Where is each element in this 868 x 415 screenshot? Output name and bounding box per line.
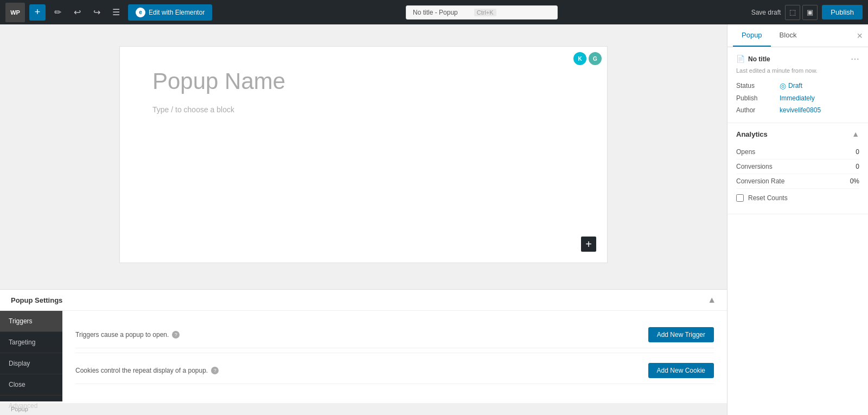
opens-value: 0 — [856, 148, 859, 156]
author-label: Author — [736, 106, 780, 114]
conversion-rate-label: Conversion Rate — [736, 177, 784, 185]
edit-with-elementor-button[interactable]: e Edit with Elementor — [128, 4, 212, 21]
bottom-bar: Popup — [0, 403, 727, 415]
add-new-trigger-button[interactable]: Add New Trigger — [648, 327, 714, 342]
last-edited-text: Last edited a minute from now. — [736, 67, 859, 74]
popup-block-inner: Popup Name Type / to choose a block — [120, 47, 607, 146]
tab-group: Popup Block — [733, 24, 805, 47]
author-value[interactable]: kevivelife0805 — [780, 106, 821, 114]
wp-logo: WP — [5, 3, 25, 22]
publish-label: Publish — [736, 94, 780, 102]
analytics-header: Analytics ▲ — [736, 130, 859, 138]
title-area[interactable]: No title - Popup Ctrl+K — [406, 5, 558, 20]
analytics-title: Analytics — [736, 130, 768, 138]
add-new-cookie-button[interactable]: Add New Cookie — [648, 363, 714, 378]
draft-text: Draft — [788, 82, 802, 90]
conversions-label: Conversions — [736, 163, 773, 170]
avatar-teal: G — [589, 52, 602, 65]
view-icons: ⬚ ▣ — [785, 5, 818, 20]
cookies-label: Cookies control the repeat display of a … — [75, 367, 219, 374]
add-block-button[interactable]: + — [581, 237, 596, 252]
sidebar-item-targeting[interactable]: Targeting — [0, 332, 62, 353]
right-panel-close-button[interactable]: × — [857, 31, 863, 41]
cookies-help-icon[interactable]: ? — [211, 367, 219, 374]
conversion-rate-value: 0% — [850, 177, 859, 185]
settings-collapse-button[interactable]: ▲ — [707, 295, 716, 305]
settings-header: Popup Settings ▲ — [0, 290, 727, 311]
settings-panel: Popup Settings ▲ Triggers Targeting Disp… — [0, 289, 727, 403]
redo-icon[interactable]: ↪ — [89, 5, 104, 20]
triggers-label: Triggers cause a popup to open. ? — [75, 331, 180, 339]
right-panel: Popup Block × 📄 No title ⋯ Last edited a… — [727, 24, 868, 415]
popup-type-hint[interactable]: Type / to choose a block — [152, 105, 575, 114]
status-label: Status — [736, 82, 780, 90]
conversions-value: 0 — [856, 163, 859, 170]
add-button[interactable]: + — [29, 4, 46, 21]
toolbar: WP + ✏ ↩ ↪ ☰ e Edit with Elementor No ti… — [0, 0, 868, 24]
triggers-row: Triggers cause a popup to open. ? Add Ne… — [75, 322, 714, 348]
settings-sidebar: Triggers Targeting Display Close Advance… — [0, 311, 62, 401]
reset-counts-row: Reset Counts — [736, 189, 859, 207]
section-header: 📄 No title ⋯ — [736, 54, 859, 64]
elementor-btn-label: Edit with Elementor — [149, 9, 205, 16]
status-row: Status ◎ Draft — [736, 79, 859, 92]
publish-value[interactable]: Immediately — [780, 94, 815, 102]
sidebar-item-display[interactable]: Display — [0, 353, 62, 374]
elementor-icon: e — [136, 8, 145, 17]
canvas-area: K G Popup Name Type / to choose a block … — [0, 24, 727, 415]
document-icon: 📄 — [736, 55, 745, 63]
opens-row: Opens 0 — [736, 145, 859, 159]
shortcut-badge: Ctrl+K — [474, 9, 496, 16]
analytics-collapse-button[interactable]: ▲ — [852, 130, 859, 138]
status-value[interactable]: ◎ Draft — [780, 81, 802, 90]
document-section: 📄 No title ⋯ Last edited a minute from n… — [727, 47, 868, 123]
page-title: No title - Popup — [413, 9, 458, 16]
settings-panel-title: Popup Settings — [11, 296, 62, 304]
right-panel-tabs: Popup Block × — [727, 24, 868, 47]
popup-name-heading: Popup Name — [152, 68, 575, 94]
section-title-text: No title — [748, 55, 770, 63]
tab-block[interactable]: Block — [771, 24, 806, 47]
conversions-row: Conversions 0 — [736, 159, 859, 174]
bottom-label: Popup — [11, 406, 28, 412]
tab-popup[interactable]: Popup — [733, 24, 771, 47]
publish-row: Publish Immediately — [736, 92, 859, 104]
main-layout: K G Popup Name Type / to choose a block … — [0, 24, 868, 415]
undo-icon[interactable]: ↩ — [69, 5, 85, 20]
author-row: Author kevivelife0805 — [736, 104, 859, 116]
save-draft-button[interactable]: Save draft — [751, 9, 781, 16]
cookies-row: Cookies control the repeat display of a … — [75, 357, 714, 384]
sidebar-item-triggers[interactable]: Triggers — [0, 311, 62, 332]
section-title: 📄 No title — [736, 55, 770, 63]
list-icon[interactable]: ☰ — [108, 5, 124, 20]
edit-pen-icon[interactable]: ✏ — [50, 5, 65, 20]
avatar-row: K G — [573, 52, 602, 65]
conversion-rate-row: Conversion Rate 0% — [736, 174, 859, 189]
analytics-section: Analytics ▲ Opens 0 Conversions 0 Conver… — [727, 123, 868, 214]
editor-canvas: K G Popup Name Type / to choose a block … — [0, 24, 727, 289]
publish-button[interactable]: Publish — [822, 5, 863, 20]
toolbar-center: No title - Popup Ctrl+K — [216, 5, 746, 20]
opens-label: Opens — [736, 148, 755, 156]
sidebar-item-close[interactable]: Close — [0, 374, 62, 395]
responsive-icon[interactable]: ▣ — [802, 5, 818, 20]
preview-icon[interactable]: ⬚ — [785, 5, 800, 20]
more-options-button[interactable]: ⋯ — [851, 54, 859, 64]
settings-main: Triggers cause a popup to open. ? Add Ne… — [62, 311, 727, 401]
toolbar-right: Save draft ⬚ ▣ Publish — [751, 5, 863, 20]
avatar-green: K — [573, 52, 586, 65]
reset-counts-checkbox[interactable] — [736, 194, 744, 202]
settings-content: Triggers Targeting Display Close Advance… — [0, 311, 727, 401]
popup-block: K G Popup Name Type / to choose a block … — [119, 46, 608, 263]
reset-counts-label: Reset Counts — [748, 194, 788, 202]
draft-circle-icon: ◎ — [780, 81, 786, 90]
triggers-help-icon[interactable]: ? — [172, 331, 180, 339]
